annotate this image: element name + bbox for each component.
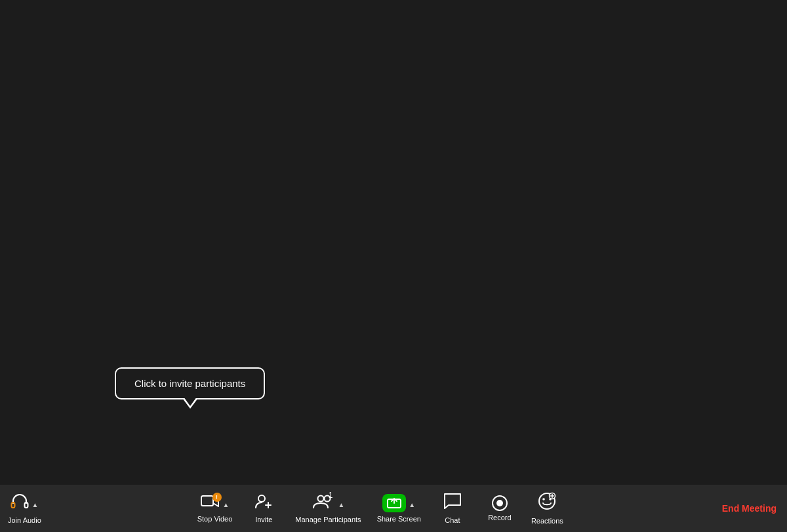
tooltip-container: Click to invite participants — [115, 367, 265, 399]
invite-icon — [254, 493, 273, 513]
manage-participants-label: Manage Participants — [295, 516, 361, 523]
participants-chevron[interactable]: ▲ — [338, 501, 345, 508]
svg-point-5 — [258, 495, 265, 502]
toolbar-left: ▲ Join Audio — [0, 487, 49, 529]
stop-video-icon-group: ! ▲ — [201, 494, 230, 512]
tooltip-text: Click to invite participants — [134, 378, 245, 389]
main-content: Click to invite participants — [0, 0, 787, 485]
record-label: Record — [488, 514, 511, 522]
video-icon: ! — [201, 494, 220, 512]
record-icon — [492, 495, 508, 511]
share-screen-icon — [382, 494, 406, 512]
toolbar: ▲ Join Audio ! ▲ Stop Video — [0, 485, 787, 532]
join-audio-chevron[interactable]: ▲ — [31, 501, 38, 508]
stop-video-chevron[interactable]: ▲ — [223, 501, 230, 508]
chat-label: Chat — [445, 516, 460, 524]
join-audio-label: Join Audio — [8, 516, 41, 524]
stop-video-button[interactable]: ! ▲ Stop Video — [190, 489, 241, 528]
manage-participants-button[interactable]: 1 ▲ Manage Participants — [287, 488, 369, 529]
chat-icon — [443, 493, 462, 514]
tooltip-arrow-inner — [184, 397, 197, 406]
invite-button[interactable]: Invite — [240, 488, 287, 529]
invite-tooltip: Click to invite participants — [115, 367, 265, 399]
svg-point-13 — [543, 498, 546, 501]
chat-button[interactable]: Chat — [429, 487, 476, 529]
share-screen-label: Share Screen — [377, 515, 421, 523]
svg-point-8 — [317, 496, 323, 502]
record-button[interactable]: Record — [476, 490, 523, 527]
share-screen-chevron[interactable]: ▲ — [409, 501, 415, 508]
invite-label: Invite — [255, 516, 272, 523]
toolbar-center: ! ▲ Stop Video Invite — [49, 487, 712, 530]
end-meeting-button[interactable]: End Meeting — [712, 498, 787, 519]
stop-video-label: Stop Video — [197, 515, 233, 523]
participants-count: 1 — [329, 491, 333, 500]
share-screen-button[interactable]: ▲ Share Screen — [369, 489, 429, 528]
reactions-label: Reactions — [531, 517, 563, 525]
join-audio-icon-group: ▲ — [10, 493, 38, 514]
participants-icon-group: 1 ▲ — [312, 493, 345, 513]
reactions-button[interactable]: Reactions — [523, 487, 571, 530]
video-warning-badge: ! — [212, 493, 222, 502]
headphones-icon — [10, 493, 29, 514]
toolbar-right: End Meeting — [712, 498, 787, 519]
reactions-icon — [538, 492, 556, 514]
svg-rect-4 — [201, 496, 213, 506]
join-audio-button[interactable]: ▲ Join Audio — [0, 487, 49, 529]
share-screen-icon-group: ▲ — [382, 494, 415, 512]
